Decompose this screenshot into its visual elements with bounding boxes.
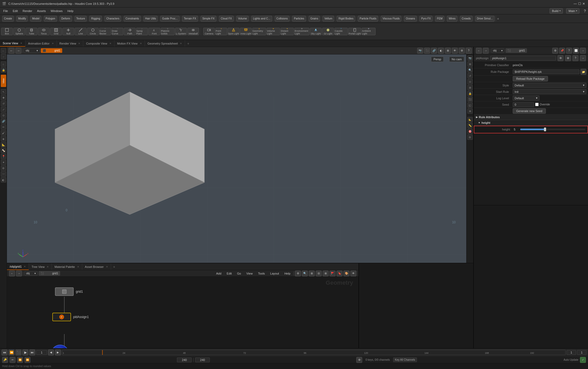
tab-add-button[interactable]: + (185, 40, 191, 47)
tool-paint[interactable]: 🖌 (1, 130, 6, 136)
toolbar-rigid[interactable]: Rigid Bodies (337, 16, 355, 22)
viewport-back-btn[interactable]: ← (9, 48, 14, 54)
ng-back[interactable]: ← (9, 271, 15, 276)
ng-grid-btn[interactable]: ⊞ (309, 271, 315, 276)
vp-help-btn[interactable]: ? (466, 48, 472, 54)
style-dropdown[interactable]: Default ▾ (513, 83, 586, 88)
rp-more[interactable]: ⬜ (573, 48, 579, 54)
kf-jump-prev[interactable]: ⏪ (17, 357, 23, 363)
light-portal[interactable]: Portal Light (348, 28, 361, 35)
shape-lsystem[interactable]: L-System (175, 28, 187, 35)
tool-transform[interactable]: ✚ (1, 95, 6, 100)
light-geometry[interactable]: Geometry Light (252, 28, 266, 35)
light-spot[interactable]: Spot Light (228, 28, 239, 35)
reload-rule-package-btn[interactable]: Reload Rule Package (513, 76, 548, 81)
close-button[interactable]: ✕ (582, 2, 586, 6)
ng-forward[interactable]: → (16, 271, 22, 276)
tab-material-close[interactable]: ✕ (77, 265, 79, 268)
tl-stop[interactable]: ⬛ (15, 350, 21, 355)
tab-motion-fx[interactable]: Motion FX View ✕ (115, 40, 145, 47)
tab-tree-view[interactable]: Tree View ✕ (29, 263, 52, 270)
node-pldassign1[interactable]: P pldAssign1 (52, 313, 89, 321)
node-canvas[interactable]: Geometry (7, 277, 358, 348)
tool-back[interactable]: ← (1, 48, 6, 53)
tab-render-view-close[interactable]: ✕ (78, 42, 80, 45)
shape-line[interactable]: Line (75, 28, 86, 35)
toolbar-characters[interactable]: Characters (104, 16, 121, 22)
node-pldgenerate1[interactable]: P pldGenerate1 (51, 345, 91, 348)
tl-next-frame[interactable]: ▶ (55, 350, 61, 355)
rp-forward[interactable]: → (483, 48, 489, 54)
vp-render-btn[interactable]: ⬛ (424, 48, 430, 54)
ng-view-btn[interactable]: View (244, 271, 255, 276)
vp-snap-btn[interactable]: 🔗 (431, 48, 437, 54)
shape-curve-bezier[interactable]: Curve Bezier (99, 28, 111, 35)
node-grid1[interactable]: grid1 (55, 287, 83, 296)
ng-layout-btn-2[interactable]: ⊟ (316, 271, 322, 276)
rv-frame[interactable]: ◱ (467, 102, 473, 108)
kf-del-key[interactable]: ✂ (10, 357, 15, 363)
main-dropdown[interactable]: Main ▾ (566, 8, 579, 14)
toolbar-guide[interactable]: Guide Proc... (160, 16, 179, 22)
tool-place[interactable]: 📍 (1, 154, 6, 159)
tool-select[interactable]: ↖ (1, 89, 6, 94)
rv-add[interactable]: ⊕ (467, 108, 473, 114)
ng-layout-btn[interactable]: Layout (268, 271, 281, 276)
tab-scene-view[interactable]: Scene View ✕ (0, 40, 25, 47)
rp-help-2[interactable]: ⊞ (565, 55, 571, 61)
rp-grid1-dropdown[interactable]: ⬛ grid1 (506, 48, 527, 53)
vp-more-btn[interactable]: ⚙ (459, 48, 465, 54)
kf-set-key[interactable]: 🔑 (2, 357, 8, 363)
persp-button[interactable]: Persp (431, 57, 444, 62)
toolbar-cloud[interactable]: Cloud FX (219, 16, 234, 22)
toolbar-plus-icon[interactable]: + (497, 17, 499, 21)
toolbar-polygon[interactable]: Polygon (44, 16, 57, 22)
timeline-ruler[interactable]: 1 24 48 72 96 120 144 168 192 (62, 350, 566, 355)
rv-measure[interactable]: 📏 (467, 123, 473, 128)
tl-start[interactable]: ⏮ (2, 350, 7, 355)
rv-tool-2[interactable]: ⊞ (467, 61, 473, 67)
tl-end-input[interactable] (577, 350, 586, 355)
ng-edit-btn[interactable]: Edit (224, 271, 234, 276)
shape-spray[interactable]: Spray Paint (136, 28, 148, 35)
ng-bookmark[interactable]: 🔖 (337, 271, 342, 276)
menu-help[interactable]: Help (65, 9, 76, 13)
shape-font[interactable]: A Font (148, 28, 160, 35)
toolbar-model[interactable]: Model (30, 16, 41, 22)
toolbar-lights[interactable]: Lights and C... (251, 16, 272, 22)
shape-draw-curve[interactable]: Draw Curve (112, 28, 123, 35)
shape-path[interactable]: Path (124, 28, 136, 35)
toolbar-crowds[interactable]: Crowds (460, 16, 473, 22)
rv-target[interactable]: 🎯 (467, 129, 473, 134)
toolbar-vellum[interactable]: Vellum (322, 16, 334, 22)
start-rule-dropdown[interactable]: Init ▾ (513, 89, 586, 94)
auto-update-toggle[interactable]: ✓ (580, 357, 586, 363)
toolbar-texture[interactable]: Texture (74, 16, 87, 22)
minimize-button[interactable]: — (573, 2, 577, 6)
menu-edit[interactable]: Edit (11, 9, 20, 13)
rule-attributes-section[interactable]: ▶ Rule Attributes (474, 114, 588, 120)
ng-filter[interactable]: 🔍 (302, 271, 308, 276)
rp-settings[interactable]: ⚙ (552, 48, 558, 54)
lower-tab-add[interactable]: + (111, 263, 117, 270)
prop-rule-pkg-value[interactable]: 📁 (511, 68, 588, 75)
rv-tool-6[interactable]: ⊞ (467, 85, 473, 90)
light-volume[interactable]: Volume Light (267, 28, 280, 35)
key-all-channels-btn[interactable]: Key All Channels (393, 358, 417, 362)
tool-sculpt[interactable]: ◈ (1, 136, 6, 141)
rv-tool-4[interactable]: ↺ (467, 73, 473, 78)
generate-seed-btn[interactable]: Generate new Seed (513, 108, 546, 114)
tab-animation-editor-close[interactable]: ✕ (52, 42, 54, 45)
toolbar-modify[interactable]: Modify (16, 16, 28, 22)
kf-settings[interactable]: ⚙ (356, 357, 362, 363)
shape-platonic[interactable]: Platonic Solids (161, 28, 175, 35)
rv-tool-1[interactable]: 📷 (467, 55, 473, 61)
rv-settings[interactable]: ⚙ (467, 134, 473, 140)
viewport-3d[interactable]: 0 10 10 Persp No cam X Y Z (7, 54, 466, 263)
menu-assets[interactable]: Assets (35, 9, 48, 13)
toolbar-rigging[interactable]: Rigging (89, 16, 102, 22)
kf-jump-next[interactable]: ⏩ (25, 357, 30, 363)
menu-render[interactable]: Render (21, 9, 34, 13)
light-sky[interactable]: Sky Light (310, 28, 322, 35)
light-point[interactable]: Point Light (215, 28, 227, 35)
